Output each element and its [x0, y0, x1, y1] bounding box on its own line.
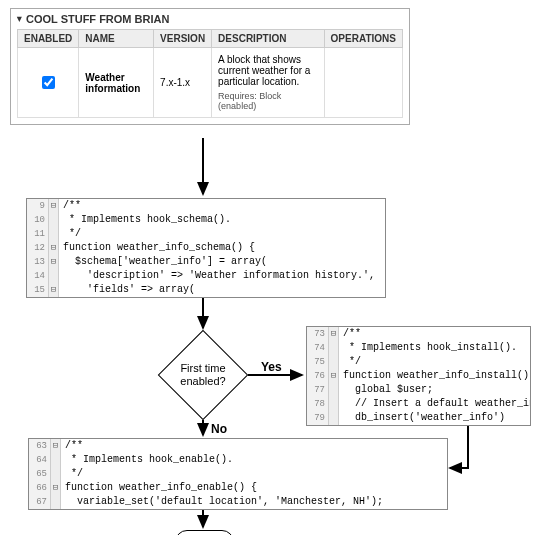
code-line: 12⊟function weather_info_schema() {	[27, 241, 385, 255]
edge-label-yes: Yes	[261, 360, 282, 374]
code-line: 78 // Insert a default weather_info cate…	[307, 397, 530, 411]
table-row: Weather information 7.x-1.x A block that…	[18, 48, 403, 118]
code-hook-schema: 9⊟/**10 * Implements hook_schema().11 */…	[26, 198, 386, 298]
code-line: 15⊟ 'fields' => array(	[27, 283, 385, 297]
code-line: 79 db_insert('weather_info')	[307, 411, 530, 425]
decision-first-time: First time enabled?	[158, 330, 248, 420]
col-operations: OPERATIONS	[324, 30, 402, 48]
module-version: 7.x-1.x	[154, 48, 212, 118]
code-line: 14 'description' => 'Weather information…	[27, 269, 385, 283]
code-line: 77 global $user;	[307, 383, 530, 397]
module-admin-panel: COOL STUFF FROM BRIAN ENABLED NAME VERSI…	[10, 8, 410, 125]
code-line: 65 */	[29, 467, 447, 481]
code-line: 9⊟/**	[27, 199, 385, 213]
col-description: DESCRIPTION	[212, 30, 324, 48]
desc-text: A block that shows current weather for a…	[218, 54, 317, 87]
col-enabled: ENABLED	[18, 30, 79, 48]
code-line: 64 * Implements hook_enable().	[29, 453, 447, 467]
code-line: 74 * Implements hook_install().	[307, 341, 530, 355]
flowchart-container: COOL STUFF FROM BRIAN ENABLED NAME VERSI…	[8, 8, 538, 528]
code-line: 67 variable_set('default location', 'Man…	[29, 495, 447, 509]
code-line: 66⊟function weather_info_enable() {	[29, 481, 447, 495]
col-name: NAME	[79, 30, 154, 48]
module-description: A block that shows current weather for a…	[212, 48, 324, 118]
module-operations	[324, 48, 402, 118]
code-hook-install: 73⊟/**74 * Implements hook_install().75 …	[306, 326, 531, 426]
code-hook-enable: 63⊟/**64 * Implements hook_enable().65 *…	[28, 438, 448, 510]
enabled-checkbox[interactable]	[42, 76, 55, 89]
module-table: ENABLED NAME VERSION DESCRIPTION OPERATI…	[17, 29, 403, 118]
code-line: 11 */	[27, 227, 385, 241]
decision-text: First time enabled?	[158, 330, 248, 420]
col-version: VERSION	[154, 30, 212, 48]
edge-label-no: No	[211, 422, 227, 436]
code-line: 13⊟ $schema['weather_info'] = array(	[27, 255, 385, 269]
code-line: 76⊟function weather_info_install() {	[307, 369, 530, 383]
code-line: 75 */	[307, 355, 530, 369]
code-line: 73⊟/**	[307, 327, 530, 341]
code-line: 63⊟/**	[29, 439, 447, 453]
desc-requires: Requires: Block (enabled)	[218, 91, 317, 111]
panel-title: COOL STUFF FROM BRIAN	[17, 13, 403, 25]
code-line: 10 * Implements hook_schema().	[27, 213, 385, 227]
module-name: Weather information	[79, 48, 154, 118]
done-terminal: Done	[175, 530, 234, 535]
